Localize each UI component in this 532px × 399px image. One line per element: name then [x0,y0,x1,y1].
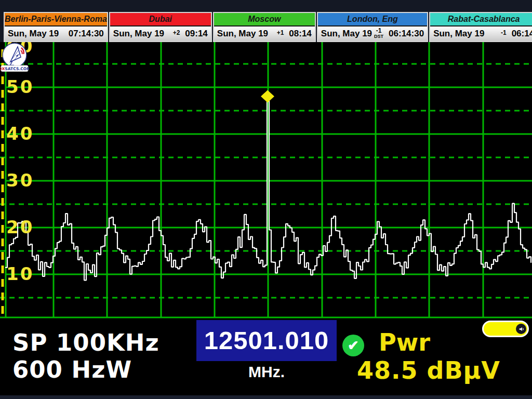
y-axis-label: 40 [6,123,34,144]
clock-panel-berlin: Berlin-Paris-Vienna-Roma Sun, May 19 07:… [4,12,108,42]
clock-panel-dubai: Dubai Sun, May 19 +2 09:14 [109,12,212,42]
utc-offset-dst: -1DST [374,29,383,39]
date-label: Sun, May 19 [433,29,484,39]
time-value: 07:14:30 [69,29,104,39]
bandwidth-label: 600 HzW [12,356,132,383]
city-name: Rabat-Casablanca [430,13,532,26]
time-row: Sun, May 19 +2 09:14 [110,26,211,41]
bottom-strip [0,395,532,399]
dxsatcs-logo: DXSATCS.COM [0,42,29,72]
city-name: London, Eng [318,13,427,26]
peak-marker-diamond [261,90,274,103]
time-value: 08:14 [289,29,311,39]
time-value: 06:14 [512,29,532,39]
time-value: 09:14 [185,29,207,39]
frequency-display[interactable]: 12501.010 [196,320,337,361]
utc-offset: +1 [277,31,284,36]
city-name: Berlin-Paris-Vienna-Roma [5,13,107,26]
logo-text-satcs: SATCS.COM [5,66,29,71]
clock-panel-london: London, Eng Sun, May 19 -1DST 06:14:30 [317,12,428,42]
time-row: Sun, May 19 07:14:30 [5,26,107,41]
city-name: Moscow [214,13,315,26]
lock-check-icon [342,335,364,356]
world-clock-bar: Berlin-Paris-Vienna-Roma Sun, May 19 07:… [0,12,532,42]
city-name: Dubai [110,13,211,26]
grid [0,42,532,318]
y-axis-label: 20 [6,217,34,237]
clock-panel-rabat: Rabat-Casablanca Sun, May 19 -1 06:14 [429,12,532,42]
svg-text:DXSATCS.COM: DXSATCS.COM [0,66,29,71]
y-axis-label: 10 [6,263,34,284]
utc-offset: -1 [501,31,507,36]
time-row: Sun, May 19 -1 06:14 [430,26,532,41]
spectrum-plot: 605040302010 DXSATCS.COM [0,42,532,318]
frequency-unit-label: MHz. [196,363,337,381]
time-row: Sun, May 19 -1DST 06:14:30 [318,26,427,41]
time-value: 06:14:30 [389,29,424,39]
logo-text-dx: DX [0,66,5,71]
utc-offset: +2 [173,31,180,36]
time-row: Sun, May 19 +1 08:14 [214,26,315,41]
date-label: Sun, May 19 [217,29,268,39]
volume-pill-button[interactable] [482,321,529,337]
y-axis-label: 30 [6,170,34,191]
date-label: Sun, May 19 [113,29,164,39]
spectrum-canvas [0,42,532,318]
power-label: Pwr [379,328,430,356]
measurement-panel: SP 100KHz 600 HzW 12501.010 MHz. Pwr 48.… [0,318,532,395]
clock-panel-moscow: Moscow Sun, May 19 +1 08:14 [213,12,316,42]
date-label: Sun, May 19 [321,29,372,39]
span-label: SP 100KHz [12,329,159,356]
date-label: Sun, May 19 [8,29,59,39]
y-axis-label: 50 [6,76,34,97]
power-value: 48.5 dBµV [357,356,500,384]
speaker-icon [516,324,526,334]
top-strip [0,0,532,12]
